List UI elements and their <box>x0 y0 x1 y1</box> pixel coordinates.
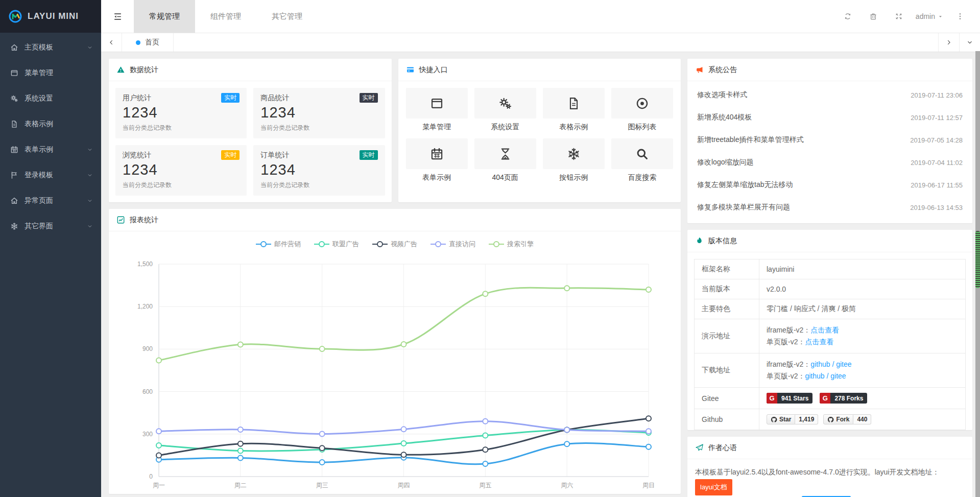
version-link-点击查看[interactable]: 点击查看 <box>805 338 833 346</box>
version-link-github[interactable]: github <box>810 360 830 368</box>
stat-label: 浏览统计 <box>123 151 151 160</box>
refresh-button[interactable] <box>835 12 861 20</box>
svg-text:周四: 周四 <box>398 482 410 489</box>
quick-entry-404页面[interactable]: 404页面 <box>474 138 536 182</box>
announcement-text: 新增系统404模板 <box>697 113 752 122</box>
scrollbar-track[interactable] <box>975 51 980 497</box>
report-chart: 周一周二周三周四周五周六周日03006009001,2001,500 <box>109 251 681 494</box>
sidebar-item-label: 其它界面 <box>25 222 53 231</box>
legend-marker-icon <box>431 241 446 248</box>
tab-home[interactable]: 首页 <box>122 33 174 52</box>
stat-label: 订单统计 <box>260 151 289 160</box>
github-Fork-widget[interactable]: Fork440 <box>823 414 871 424</box>
github-button-label: Fork <box>836 416 849 423</box>
report-chart-card: 报表统计 邮件营销联盟广告视频广告直接访问搜索引擎 周一周二周三周四周五周六周日… <box>109 209 681 494</box>
line-chart-icon <box>116 216 125 224</box>
user-dropdown[interactable]: admin <box>916 12 943 20</box>
announcement-text: 新增treetable插件和菜单管理样式 <box>697 135 803 145</box>
github-Fork-button[interactable]: Fork <box>823 414 853 424</box>
version-row-Github: GithubStar1,419Fork440 <box>695 409 966 430</box>
link-prefix: 单页版-v2： <box>767 372 805 380</box>
stat-value: 1234 <box>123 104 240 121</box>
home-icon <box>10 197 19 205</box>
legend-item-联盟广告[interactable]: 联盟广告 <box>314 240 359 249</box>
fullscreen-button[interactable] <box>886 12 912 20</box>
tabs-actions-button[interactable] <box>959 33 980 52</box>
version-link-github[interactable]: github <box>805 372 824 380</box>
quick-entry-系统设置[interactable]: 系统设置 <box>474 88 536 132</box>
quick-entry-按钮示例[interactable]: 按钮示例 <box>543 138 605 182</box>
logo[interactable]: LAYUI MINI <box>0 0 101 33</box>
announcement-row[interactable]: 新增系统404模板2019-07-11 12:57 <box>697 106 963 129</box>
version-row-value: 零门槛 / 响应式 / 清爽 / 极简 <box>759 299 966 319</box>
hourglass-icon <box>474 138 536 169</box>
announcement-row[interactable]: 修复多模块菜单栏展开有问题2019-06-13 14:53 <box>697 196 963 219</box>
version-link-gitee[interactable]: gitee <box>836 360 851 368</box>
announcement-date: 2019-07-04 11:02 <box>911 159 963 167</box>
gitee-badge[interactable]: G941 Stars <box>767 393 812 404</box>
quick-entry-图标列表[interactable]: 图标列表 <box>611 88 673 132</box>
version-link-line: iframe版-v2：点击查看 <box>767 324 958 336</box>
more-menu-button[interactable] <box>947 12 973 20</box>
sidebar-item-表单示例[interactable]: 表单示例 <box>0 137 101 162</box>
tabs-scroll-left-button[interactable] <box>101 33 122 52</box>
link-prefix: iframe版-v2： <box>767 360 810 368</box>
announcement-row[interactable]: 修改logo缩放问题2019-07-04 11:02 <box>697 151 963 174</box>
version-link-点击查看[interactable]: 点击查看 <box>810 326 839 334</box>
quick-card-title: 快捷入口 <box>419 65 448 75</box>
sidebar-item-系统设置[interactable]: 系统设置 <box>0 86 101 111</box>
collapse-sidebar-button[interactable] <box>101 0 134 33</box>
sidebar-item-主页模板[interactable]: 主页模板 <box>0 35 101 60</box>
announcement-date: 2019-07-05 14:28 <box>910 136 963 144</box>
legend-item-视频广告[interactable]: 视频广告 <box>372 240 417 249</box>
legend-item-邮件营销[interactable]: 邮件营销 <box>256 240 301 249</box>
version-row-value: iframe版-v2：github / gitee单页版-v2：github /… <box>759 353 966 388</box>
tabs-scroll-right-button[interactable] <box>938 33 959 52</box>
stats-grid: 用户统计实时1234当前分类总记录数商品统计实时1234当前分类总记录数浏览统计… <box>109 81 392 202</box>
header-nav: 常规管理组件管理其它管理 <box>134 0 318 33</box>
tabs-spacer <box>174 33 938 52</box>
announcement-row[interactable]: 新增treetable插件和菜单管理样式2019-07-05 14:28 <box>697 129 963 151</box>
quick-entry-表单示例[interactable]: 表单示例 <box>406 138 468 182</box>
scrollbar-thumb[interactable] <box>975 231 980 288</box>
announcement-date: 2019-07-11 12:57 <box>911 114 963 122</box>
github-Star-widget[interactable]: Star1,419 <box>767 414 818 424</box>
stat-box-商品统计: 商品统计实时1234当前分类总记录数 <box>253 88 385 138</box>
github-icon <box>827 416 834 423</box>
version-link-gitee[interactable]: gitee <box>830 372 846 380</box>
header-nav-其它管理[interactable]: 其它管理 <box>256 0 318 33</box>
snowflake-icon <box>543 138 605 169</box>
layui-doc-link[interactable]: layui文档 <box>695 479 732 495</box>
announcement-row[interactable]: 修复左侧菜单缩放tab无法移动2019-06-17 11:55 <box>697 174 963 196</box>
quick-entry-百度搜索[interactable]: 百度搜索 <box>611 138 673 182</box>
announcement-row[interactable]: 修改选项卡样式2019-07-11 23:06 <box>697 84 963 106</box>
legend-item-直接访问[interactable]: 直接访问 <box>431 240 475 249</box>
stat-value: 1234 <box>260 104 377 121</box>
github-button-label: Star <box>779 416 791 423</box>
svg-text:周三: 周三 <box>316 482 328 489</box>
link-prefix: iframe版-v2： <box>767 326 810 334</box>
bullhorn-icon <box>695 65 704 74</box>
header-nav-组件管理[interactable]: 组件管理 <box>195 0 256 33</box>
legend-marker-icon <box>489 241 504 248</box>
quick-entry-表格示例[interactable]: 表格示例 <box>543 88 605 132</box>
gitee-badge[interactable]: G278 Forks <box>820 393 867 404</box>
realtime-badge: 实时 <box>221 150 240 160</box>
header-nav-常规管理[interactable]: 常规管理 <box>134 0 195 33</box>
chevron-down-icon <box>87 147 93 153</box>
sidebar-item-其它界面[interactable]: 其它界面 <box>0 214 101 239</box>
chevron-right-icon <box>945 39 952 46</box>
sidebar-item-菜单管理[interactable]: 菜单管理 <box>0 60 101 86</box>
github-Star-button[interactable]: Star <box>767 414 795 424</box>
announcement-text: 修复多模块菜单栏展开有问题 <box>697 203 790 212</box>
paper-plane-icon <box>695 443 704 452</box>
announcement-text: 修复左侧菜单缩放tab无法移动 <box>697 180 793 190</box>
sidebar-item-label: 异常页面 <box>25 196 53 205</box>
quick-entry-菜单管理[interactable]: 菜单管理 <box>406 88 468 132</box>
sidebar-item-登录模板[interactable]: 登录模板 <box>0 162 101 188</box>
legend-item-搜索引擎[interactable]: 搜索引擎 <box>489 240 534 249</box>
clear-cache-button[interactable] <box>861 12 886 20</box>
sidebar-item-表格示例[interactable]: 表格示例 <box>0 111 101 137</box>
sidebar-item-异常页面[interactable]: 异常页面 <box>0 188 101 214</box>
sidebar-item-label: 主页模板 <box>25 43 53 52</box>
